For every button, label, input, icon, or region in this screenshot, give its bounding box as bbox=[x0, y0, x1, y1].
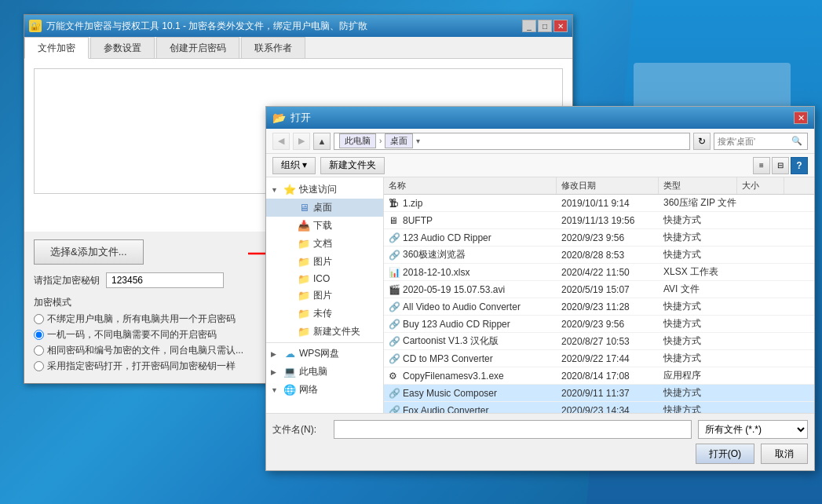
file-size-cell bbox=[737, 385, 784, 401]
password-input[interactable] bbox=[106, 272, 224, 288]
file-rows-container: 🗜 1.zip 2019/10/11 9:14 360压缩 ZIP 文件 🖥 8… bbox=[384, 195, 814, 413]
dialog-title: 打开 bbox=[290, 111, 311, 125]
file-row[interactable]: 🔗 Fox Audio Converter 2020/9/23 14:34 快捷… bbox=[384, 402, 814, 413]
file-size-cell bbox=[737, 316, 784, 332]
back-button[interactable]: ◀ bbox=[272, 133, 290, 150]
file-row[interactable]: 📊 2018-12-10.xlsx 2020/4/22 11:50 XLSX 工… bbox=[384, 264, 814, 281]
filetype-select[interactable]: 所有文件 (*.*) bbox=[698, 420, 808, 439]
tree-network[interactable]: ▼ 🌐 网络 bbox=[266, 381, 383, 399]
dialog-actions: 组织 ▾ 新建文件夹 ≡ ⊟ ? bbox=[266, 154, 814, 177]
tree-pictures[interactable]: 📁 图片 bbox=[266, 253, 383, 271]
new-folder-button[interactable]: 新建文件夹 bbox=[320, 157, 385, 174]
main-titlebar-left: 🔐 万能文件加密器与授权工具 10.1 - 加密各类外发文件，绑定用户电脑、防扩… bbox=[29, 20, 367, 33]
file-type-icon: 🔗 bbox=[389, 301, 400, 312]
file-type-cell: 应用程序 bbox=[659, 367, 737, 384]
tree-downloads[interactable]: 📥 下载 bbox=[266, 217, 383, 235]
file-row[interactable]: 🔗 Easy Music Composer 2020/9/11 11:37 快捷… bbox=[384, 385, 814, 402]
file-date-cell: 2020/4/22 11:50 bbox=[557, 264, 659, 280]
organize-button[interactable]: 组织 ▾ bbox=[272, 157, 316, 174]
select-add-files-button[interactable]: 选择&添加文件... bbox=[34, 239, 144, 265]
path-computer[interactable]: 此电脑 bbox=[339, 133, 376, 148]
file-name-cell: 🔗 Easy Music Composer bbox=[384, 385, 557, 401]
up-button[interactable]: ▲ bbox=[313, 133, 331, 150]
filename-input[interactable] bbox=[334, 420, 692, 439]
search-input[interactable] bbox=[718, 137, 788, 146]
file-size-cell bbox=[737, 350, 784, 367]
radio-same-code[interactable] bbox=[34, 345, 44, 356]
view-list-button[interactable]: ≡ bbox=[753, 157, 770, 174]
file-row[interactable]: 🎬 2020-05-19 15.07.53.avi 2020/5/19 15:0… bbox=[384, 281, 814, 298]
forward-button[interactable]: ▶ bbox=[293, 133, 310, 150]
file-type-cell: 快捷方式 bbox=[659, 247, 737, 263]
file-size-cell bbox=[737, 333, 784, 349]
password-label: 请指定加密秘钥 bbox=[34, 274, 100, 287]
file-row[interactable]: 🔗 360极速浏览器 2020/8/28 8:53 快捷方式 bbox=[384, 247, 814, 264]
radio-one-code[interactable] bbox=[34, 330, 44, 340]
tree-label-new-folder: 新建文件夹 bbox=[313, 325, 360, 338]
tree-untransferred[interactable]: 📁 未传 bbox=[266, 305, 383, 323]
file-name-cell: 📊 2018-12-10.xlsx bbox=[384, 264, 557, 280]
col-header-size[interactable]: 大小 bbox=[737, 177, 784, 194]
file-type-cell: XLSX 工作表 bbox=[659, 264, 737, 280]
radio-no-bind[interactable] bbox=[34, 314, 44, 324]
tree-pictures2[interactable]: 📁 图片 bbox=[266, 287, 383, 305]
tree-wps-drive[interactable]: ▶ ☁ WPS网盘 bbox=[266, 345, 383, 363]
file-row[interactable]: 🔗 All Video to Audio Converter 2020/9/23… bbox=[384, 298, 814, 316]
close-button[interactable]: ✕ bbox=[553, 20, 568, 32]
minimize-button[interactable]: _ bbox=[522, 20, 536, 32]
search-icon: 🔍 bbox=[791, 136, 802, 146]
filename-row: 文件名(N): 所有文件 (*.*) bbox=[272, 420, 808, 439]
file-row[interactable]: 🔗 CD to MP3 Converter 2020/9/22 17:44 快捷… bbox=[384, 350, 814, 367]
tab-contact[interactable]: 联系作者 bbox=[241, 37, 305, 58]
expand-quick-access: ▼ bbox=[271, 186, 280, 194]
radio-specified[interactable] bbox=[34, 361, 44, 371]
tree-label-quick-access: 快速访问 bbox=[299, 183, 337, 196]
file-name-cell: 🔗 Fox Audio Converter bbox=[384, 402, 557, 413]
view-details-button[interactable]: ⊟ bbox=[772, 157, 789, 174]
expand-this-computer: ▶ bbox=[271, 368, 280, 376]
tree-ico[interactable]: 📁 ICO bbox=[266, 271, 383, 287]
col-header-type[interactable]: 类型 bbox=[659, 177, 737, 194]
file-type-cell: 快捷方式 bbox=[659, 402, 737, 413]
path-separator-1: › bbox=[379, 137, 382, 145]
refresh-button[interactable]: ↻ bbox=[693, 133, 711, 150]
col-header-date[interactable]: 修改日期 bbox=[557, 177, 659, 194]
file-type-cell: 快捷方式 bbox=[659, 229, 737, 246]
file-type-cell: 快捷方式 bbox=[659, 316, 737, 332]
col-header-name[interactable]: 名称 bbox=[384, 177, 557, 194]
tree-label-this-computer: 此电脑 bbox=[299, 365, 327, 378]
tree-label-network: 网络 bbox=[299, 383, 318, 396]
file-type-icon: 🔗 bbox=[389, 388, 400, 399]
file-row[interactable]: 🖥 8UFTP 2019/11/13 19:56 快捷方式 bbox=[384, 212, 814, 229]
path-folder[interactable]: 桌面 bbox=[385, 133, 413, 148]
file-list: 名称 修改日期 类型 大小 🗜 1.zip 2019/10/11 9:14 36… bbox=[384, 177, 814, 413]
tab-file-encrypt[interactable]: 文件加密 bbox=[24, 37, 89, 59]
tree-quick-access[interactable]: ▼ ⭐ 快速访问 bbox=[266, 181, 383, 199]
tree-label-ico: ICO bbox=[313, 273, 330, 284]
dialog-title-icon: 📂 bbox=[272, 111, 286, 124]
dialog-close-button[interactable]: ✕ bbox=[794, 111, 808, 124]
file-name-text: CopyFilenamesv3.1.exe bbox=[403, 371, 504, 382]
file-row[interactable]: 🔗 Buy 123 Audio CD Ripper 2020/9/23 9:56… bbox=[384, 316, 814, 333]
help-button[interactable]: ? bbox=[791, 157, 808, 174]
file-row[interactable]: 🗜 1.zip 2019/10/11 9:14 360压缩 ZIP 文件 bbox=[384, 195, 814, 212]
path-separator-2: ▾ bbox=[416, 137, 420, 145]
tree-documents[interactable]: 📁 文档 bbox=[266, 235, 383, 253]
tab-param-settings[interactable]: 参数设置 bbox=[90, 37, 155, 58]
file-row[interactable]: 🔗 123 Audio CD Ripper 2020/9/23 9:56 快捷方… bbox=[384, 229, 814, 247]
dialog-toolbar: ◀ ▶ ▲ 此电脑 › 桌面 ▾ ↻ 🔍 bbox=[266, 129, 814, 154]
file-size-cell bbox=[737, 195, 784, 211]
file-row[interactable]: ⚙ CopyFilenamesv3.1.exe 2020/8/14 17:08 … bbox=[384, 367, 814, 385]
tree-new-folder[interactable]: 📁 新建文件夹 bbox=[266, 323, 383, 341]
cancel-button[interactable]: 取消 bbox=[761, 444, 808, 464]
tab-create-password[interactable]: 创建开启密码 bbox=[156, 37, 239, 58]
nav-tree: ▼ ⭐ 快速访问 🖥 桌面 📥 下载 📁 文档 📁 bbox=[266, 177, 384, 413]
view-buttons: ≡ ⊟ ? bbox=[753, 157, 808, 174]
file-row[interactable]: 🔗 Cartoonist V1.3 汉化版 2020/8/27 10:53 快捷… bbox=[384, 333, 814, 350]
maximize-button[interactable]: □ bbox=[538, 20, 552, 32]
tree-this-computer[interactable]: ▶ 💻 此电脑 bbox=[266, 363, 383, 381]
file-name-cell: 🔗 123 Audio CD Ripper bbox=[384, 229, 557, 246]
file-type-cell: AVI 文件 bbox=[659, 281, 737, 298]
open-button[interactable]: 打开(O) bbox=[696, 444, 754, 464]
tree-desktop[interactable]: 🖥 桌面 bbox=[266, 199, 383, 217]
